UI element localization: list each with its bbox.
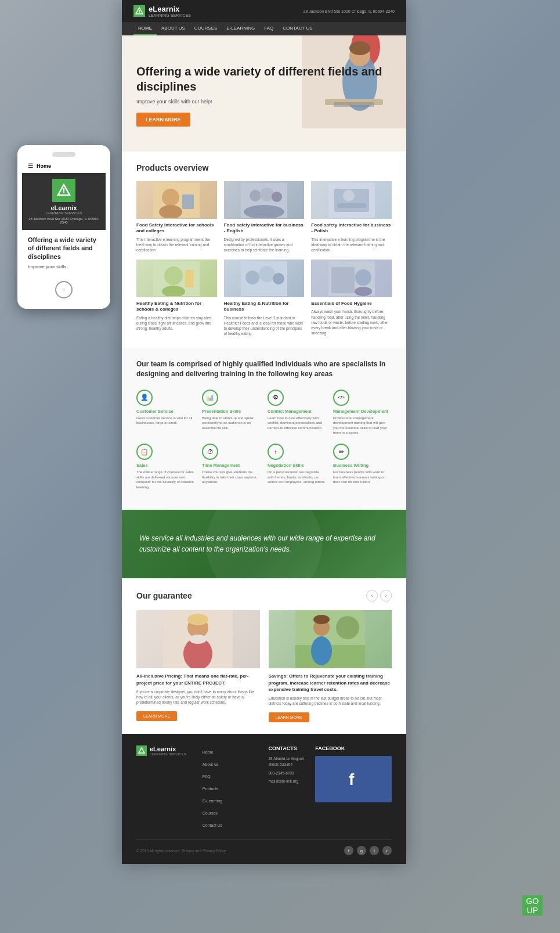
site-header: eLearnix LEARNING SERVICES 28 Jackson Bl… [122, 0, 406, 22]
hero-cta-button[interactable]: LEARN MORE [136, 113, 190, 127]
footer-nav-about[interactable]: About us [203, 762, 219, 766]
hero-subtitle: Improve your skills with our help! [136, 99, 392, 105]
product-card-2: Food safety interactive for business - E… [224, 181, 305, 253]
product-card-3: Food safety interactive for business - P… [311, 181, 392, 253]
footer-logo: eLearnix LEARNING SERVICES [136, 745, 194, 756]
guarantee-card-desc-1: If you're a corporate designer, you don'… [136, 689, 260, 705]
product-card-title-3: Food safety interactive for business - P… [311, 222, 392, 235]
product-img-2 [224, 181, 305, 219]
social-google-icon[interactable]: g [357, 846, 366, 855]
mobile-logo-section: eLearnix LEARNING SERVICES 28 Jackson Bl… [22, 173, 106, 230]
copyright-text: © 2015 All rights reserved. Privacy and … [136, 849, 227, 853]
svg-rect-23 [337, 203, 366, 208]
footer-nav-col1: Home About us FAQ Products E-Learning Co… [203, 745, 260, 831]
guarantee-card-1: All-Inclusive Pricing: That means one fl… [136, 610, 260, 722]
svg-rect-33 [331, 267, 355, 293]
footer-logo-area: eLearnix LEARNING SERVICES [136, 745, 194, 831]
key-areas-title: Our team is comprised of highly qualifie… [136, 359, 392, 379]
skill-time: ⏱ Time Management Online courses give st… [202, 444, 261, 489]
guarantee-header: Our guarantee ‹ › [136, 590, 392, 601]
svg-point-30 [259, 266, 275, 282]
product-card-title-2: Food safety interactive for business - E… [224, 222, 305, 235]
skill-desc-7: For business people who want to learn ef… [333, 470, 392, 484]
hero-section: Offering a wide variety of different fie… [122, 35, 406, 152]
footer-contacts: Contacts 28 Atlanta LnMagport Illinois 5… [269, 745, 307, 831]
guarantee-card-desc-2: Education is usually one of the last bud… [269, 696, 392, 706]
guarantee-section-title: Our guarantee [136, 591, 192, 600]
nav-faq[interactable]: FAQ [259, 22, 278, 35]
sales-icon: 📋 [136, 444, 153, 460]
skill-presentation: 📊 Presentation Skills Being able to stan… [202, 390, 261, 435]
footer-nav-courses[interactable]: Courses [203, 811, 218, 815]
footer-nav-home[interactable]: Home [203, 750, 214, 754]
social-twitter-icon[interactable]: t [370, 846, 379, 855]
guarantee-card-2: Savings: Offers to Rejuvenate your exist… [269, 610, 392, 722]
guarantee-nav-arrows: ‹ › [366, 590, 392, 601]
footer-logo-icon [136, 745, 147, 756]
social-rss-icon[interactable]: r [382, 846, 392, 855]
svg-point-22 [343, 190, 355, 201]
svg-point-40 [189, 635, 207, 644]
svg-point-16 [250, 190, 261, 201]
svg-point-43 [336, 616, 359, 639]
mobile-address: 28 Jackson Blvd Ste 1020 Chicago, IL 605… [28, 217, 100, 224]
skill-title-5: Time Management [202, 463, 261, 468]
footer-contact-address: 28 Atlanta LnMagport Illinois 523364 800… [269, 756, 307, 785]
guarantee-learn-more-2[interactable]: LEARN MORE [269, 712, 309, 722]
guarantee-cards: All-Inclusive Pricing: That means one fl… [136, 610, 392, 722]
products-section: Products overview Food Safety Interactiv… [122, 152, 406, 348]
site-container: eLearnix LEARNING SERVICES 28 Jackson Bl… [122, 0, 406, 864]
conflict-icon: ⚙ [268, 390, 284, 406]
nav-about[interactable]: ABOUT US [157, 22, 190, 35]
product-card-6: Essentials of Food Hygiene Always wash y… [311, 260, 392, 336]
negotiation-icon: ↑ [268, 444, 284, 460]
product-card-title-1: Food Safety Interactive for schools and … [136, 222, 217, 235]
writing-icon: ✏ [333, 444, 349, 460]
product-card-desc-1: This interactive e-learning programme is… [136, 237, 217, 253]
nav-courses[interactable]: COURSES [190, 22, 222, 35]
skill-customer-service: 👤 Customer Service Good customer service… [136, 390, 195, 435]
svg-point-8 [349, 41, 370, 55]
svg-marker-47 [139, 748, 144, 753]
product-card-5: Healthy Eating & Nutrition for business … [224, 260, 305, 336]
nav-home[interactable]: HOME [133, 22, 157, 35]
svg-point-31 [273, 273, 284, 284]
svg-rect-14 [182, 194, 194, 209]
skill-title-4: Sales [136, 463, 195, 468]
green-banner-text: We service all industries and audiences … [139, 533, 389, 555]
product-card-desc-2: Designed by professionals, it uses a com… [224, 237, 305, 253]
skill-desc-0: Good customer service is vital for all b… [136, 416, 195, 426]
nav-contact[interactable]: CONTACT US [278, 22, 317, 35]
guarantee-next-button[interactable]: › [380, 590, 392, 601]
guarantee-learn-more-1[interactable]: LEARN MORE [136, 711, 177, 721]
footer-nav-elearning[interactable]: E-Learning [203, 799, 222, 803]
product-card-desc-5: This course follows the Level 2 standard… [224, 315, 305, 336]
guarantee-prev-button[interactable]: ‹ [366, 590, 378, 601]
skill-writing: ✏ Business Writing For business people w… [333, 444, 392, 489]
management-icon: </> [333, 390, 349, 406]
guarantee-section: Our guarantee ‹ › [122, 578, 406, 734]
guarantee-card-title-2: Savings: Offers to Rejuvenate your exist… [269, 673, 392, 693]
skill-desc-3: Professional management development trai… [333, 416, 392, 435]
footer-nav-products[interactable]: Products [203, 787, 219, 791]
product-card-desc-6: Always wash your hands thoroughly before… [311, 309, 392, 335]
footer-nav-contact[interactable]: Contact Us [203, 823, 223, 827]
skill-title-2: Conflict Management [268, 409, 326, 414]
footer-facebook: Facebook f [315, 745, 392, 831]
skill-title-7: Business Writing [333, 463, 392, 468]
go-up-button[interactable]: GO UP [522, 895, 543, 916]
footer-nav-list-1: Home About us FAQ Products [203, 745, 260, 792]
footer-nav-faq[interactable]: FAQ [203, 775, 211, 779]
svg-point-35 [355, 287, 372, 296]
social-facebook-icon[interactable]: f [344, 846, 353, 855]
svg-point-17 [260, 188, 274, 201]
nav-elearning[interactable]: E-LEARNING [222, 22, 259, 35]
footer-facebook-title: Facebook [315, 745, 392, 751]
mobile-logo-box [52, 179, 75, 202]
skill-title-1: Presentation Skills [202, 409, 261, 414]
mobile-logo-text: eLearnix [50, 204, 77, 211]
svg-point-39 [187, 614, 208, 625]
skills-grid-bottom: 📋 Sales The online range of courses for … [136, 444, 392, 489]
mobile-hero-title: Offering a wide variety of different fie… [28, 236, 100, 261]
mobile-home-button[interactable]: ○ [55, 281, 73, 298]
